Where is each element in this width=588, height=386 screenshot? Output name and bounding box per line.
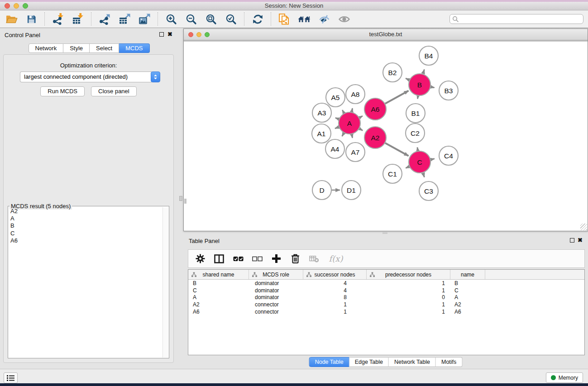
export-image-button[interactable] — [138, 12, 151, 26]
export-table-button[interactable] — [118, 12, 131, 26]
graph-node-C3[interactable]: C3 — [419, 181, 438, 200]
cell-successor-nodes[interactable]: 1 — [303, 309, 367, 315]
zoom-in-button[interactable] — [164, 12, 178, 26]
function-builder-button[interactable]: f(x) — [327, 253, 344, 265]
save-session-button[interactable] — [24, 12, 38, 26]
edge-A2-C[interactable] — [385, 143, 409, 156]
cell-name[interactable]: A6 — [450, 309, 485, 315]
cell-mcds-role[interactable]: connector — [249, 309, 303, 315]
edge-A-A4[interactable] — [342, 133, 344, 136]
graph-node-B[interactable]: B — [409, 74, 430, 95]
cell-predecessor-nodes[interactable]: 1 — [367, 309, 450, 315]
edge-B-B3[interactable] — [430, 87, 434, 88]
copy-network-view-button[interactable] — [277, 12, 291, 26]
network-canvas[interactable]: AA1A2A3A4A5A6A7A8BB1B2B3B4CC1C2C3C4DD1 — [184, 41, 588, 231]
cell-mcds-role[interactable]: dominator — [249, 294, 303, 300]
column-header-mcds-role[interactable]: MCDS role — [249, 270, 303, 279]
delete-table-button[interactable] — [308, 253, 320, 265]
table-row[interactable]: A2 connector 1 1 A2 — [188, 301, 584, 308]
graph-node-C4[interactable]: C4 — [439, 146, 458, 165]
cell-shared-name[interactable]: A6 — [188, 309, 249, 315]
list-item[interactable]: A6 — [8, 237, 163, 244]
close-panel-icon[interactable]: ✖ — [167, 31, 172, 38]
cell-successor-nodes[interactable]: 1 — [303, 301, 367, 308]
cell-name[interactable]: B — [450, 280, 485, 286]
graph-node-A[interactable]: A — [339, 112, 360, 134]
cell-successor-nodes[interactable]: 4 — [303, 287, 367, 294]
graph-node-B1[interactable]: B1 — [406, 104, 425, 123]
search-box[interactable] — [449, 14, 583, 24]
cell-shared-name[interactable]: C — [188, 287, 249, 294]
list-item[interactable]: C — [8, 230, 163, 237]
delete-column-button[interactable] — [289, 253, 301, 265]
graph-node-A6[interactable]: A6 — [364, 98, 386, 120]
cell-predecessor-nodes[interactable]: 1 — [367, 301, 450, 308]
column-header-name[interactable]: name — [450, 270, 485, 279]
graph-node-A1[interactable]: A1 — [312, 124, 331, 143]
tab-network-table[interactable]: Network Table — [389, 357, 436, 367]
graph-node-C2[interactable]: C2 — [406, 124, 425, 143]
edge-C-C2[interactable] — [417, 148, 418, 151]
add-column-button[interactable] — [270, 253, 282, 265]
minimize-view-button[interactable] — [196, 32, 201, 37]
graph-node-A5[interactable]: A5 — [326, 88, 345, 107]
graph-node-A7[interactable]: A7 — [346, 143, 365, 162]
graph-node-A8[interactable]: A8 — [346, 85, 365, 104]
edge-C-C4[interactable] — [430, 159, 434, 160]
column-header-successor-nodes[interactable]: successor nodes — [303, 270, 367, 279]
edge-A-A1[interactable] — [335, 127, 339, 129]
resize-grip-icon[interactable] — [580, 224, 587, 230]
cell-successor-nodes[interactable]: 4 — [303, 280, 367, 286]
tab-style[interactable]: Style — [63, 43, 90, 53]
graph-node-D[interactable]: D — [312, 181, 331, 200]
column-header-shared-name[interactable]: shared name — [188, 270, 249, 279]
select-all-button[interactable] — [232, 253, 244, 265]
edge-A-A8[interactable] — [352, 108, 353, 112]
graph-node-B4[interactable]: B4 — [419, 46, 438, 65]
zoom-selected-button[interactable] — [224, 12, 238, 26]
cell-name[interactable]: C — [450, 287, 485, 294]
run-mcds-button[interactable]: Run MCDS — [40, 86, 85, 96]
cell-predecessor-nodes[interactable]: 1 — [367, 280, 450, 286]
list-item[interactable]: B — [8, 222, 163, 229]
criterion-dropdown[interactable]: largest connected component (directed) — [20, 71, 160, 82]
table-row[interactable]: A6 connector 1 1 A6 — [188, 308, 584, 315]
close-table-panel-icon[interactable]: ✖ — [578, 237, 583, 243]
close-view-button[interactable] — [188, 32, 193, 37]
cell-mcds-role[interactable]: connector — [249, 301, 303, 308]
tab-motifs[interactable]: Motifs — [436, 357, 462, 367]
tab-node-table[interactable]: Node Table — [309, 357, 349, 367]
graph-node-A4[interactable]: A4 — [325, 139, 344, 158]
list-item[interactable]: A — [8, 215, 163, 222]
deselect-all-button[interactable] — [251, 253, 263, 265]
open-file-button[interactable] — [5, 12, 18, 26]
zoom-fit-button[interactable] — [204, 12, 218, 26]
float-panel-icon[interactable] — [159, 32, 164, 37]
edge-B-B4[interactable] — [423, 70, 424, 74]
graph-node-B2[interactable]: B2 — [383, 63, 402, 82]
mcds-result-list[interactable]: A2 A B C A6 — [8, 208, 163, 357]
table-row[interactable]: A dominator 8 0 A — [188, 294, 584, 301]
search-input[interactable] — [460, 15, 583, 23]
edge-C-C1[interactable] — [406, 167, 409, 168]
cell-predecessor-nodes[interactable]: 0 — [367, 294, 450, 300]
tab-select[interactable]: Select — [90, 43, 119, 53]
zoom-view-button[interactable] — [205, 32, 210, 37]
cell-name[interactable]: A2 — [450, 301, 485, 308]
column-layout-button[interactable] — [213, 253, 225, 265]
import-table-button[interactable] — [71, 12, 85, 26]
cell-predecessor-nodes[interactable]: 1 — [367, 287, 450, 294]
graph-node-C1[interactable]: C1 — [383, 164, 402, 183]
table-settings-button[interactable] — [194, 253, 206, 265]
hide-graphics-details-button[interactable] — [317, 12, 331, 26]
splitter-handle[interactable] — [179, 196, 182, 201]
graph-node-B3[interactable]: B3 — [439, 81, 458, 100]
tab-edge-table[interactable]: Edge Table — [349, 357, 389, 367]
home-button[interactable] — [297, 12, 311, 26]
cell-shared-name[interactable]: B — [188, 280, 249, 286]
table-row[interactable]: B dominator 4 1 B — [188, 280, 584, 287]
network-graph[interactable]: AA1A2A3A4A5A6A7A8BB1B2B3B4CC1C2C3C4DD1 — [184, 41, 588, 231]
result-scrollbar[interactable] — [163, 207, 168, 357]
close-window-button[interactable] — [5, 3, 10, 9]
cell-name[interactable]: A — [450, 294, 485, 300]
